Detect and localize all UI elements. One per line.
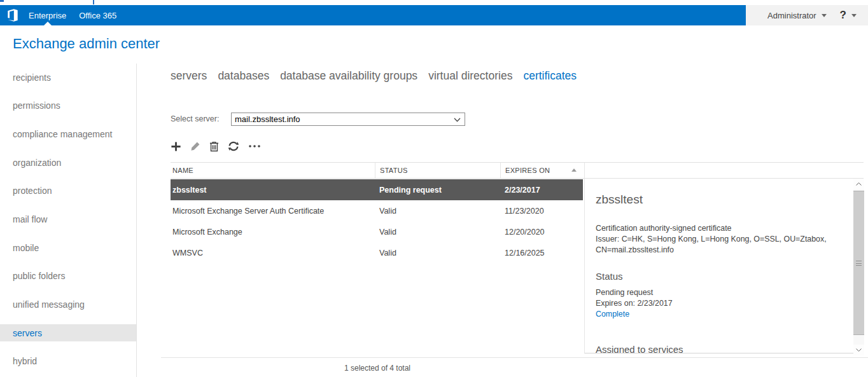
tab-databases[interactable]: databases	[218, 69, 269, 83]
cell-expires: 12/20/2020	[500, 228, 583, 236]
tab-certificates[interactable]: certificates	[523, 69, 577, 83]
certificate-type: Certification authority-signed certifica…	[596, 223, 839, 234]
plus-icon	[171, 141, 181, 152]
chevron-down-icon	[856, 348, 862, 352]
cell-expires: 12/16/2025	[500, 249, 583, 257]
chevron-down-icon	[851, 14, 857, 17]
complete-link[interactable]: Complete	[596, 309, 839, 320]
sidebar: recipients permissions compliance manage…	[0, 64, 137, 377]
sidebar-item-label: servers	[13, 328, 42, 338]
cell-name: WMSVC	[171, 249, 375, 257]
scrollbar-grip-icon	[856, 261, 862, 266]
cell-status: Valid	[375, 207, 500, 216]
expires-on-line: Expires on: 2/23/2017	[596, 298, 839, 309]
details-pane: zbssltest Certification authority-signed…	[584, 179, 864, 353]
table-row[interactable]: zbssltest Pending request 2/23/2017	[171, 179, 583, 200]
sidebar-item-permissions[interactable]: permissions	[0, 97, 136, 114]
table-row[interactable]: Microsoft Exchange Server Auth Certifica…	[171, 200, 583, 221]
details-title: zbssltest	[596, 193, 839, 207]
column-header-status[interactable]: STATUS	[375, 163, 500, 178]
column-header-name[interactable]: NAME	[171, 163, 375, 178]
edit-button[interactable]	[190, 141, 200, 151]
cell-name: Microsoft Exchange	[171, 228, 375, 236]
help-menu[interactable]: ?	[840, 9, 857, 22]
table-row[interactable]: Microsoft Exchange Valid 12/20/2020	[171, 221, 583, 242]
server-select-dropdown[interactable]: mail.zbssltest.info	[231, 113, 465, 126]
account-label: Administrator	[767, 11, 816, 20]
cell-name: zbssltest	[171, 186, 375, 195]
chevron-down-icon	[454, 118, 461, 122]
details-scrollbar[interactable]	[853, 179, 864, 355]
office-logo-icon	[6, 8, 20, 22]
certificate-issuer: Issuer: C=HK, S=Hong Kong, L=Hong Kong, …	[596, 234, 839, 256]
cell-status: Valid	[375, 249, 500, 257]
column-header-empty	[584, 163, 864, 178]
sidebar-item-label: mail flow	[13, 214, 47, 224]
server-select-value: mail.zbssltest.info	[235, 114, 300, 124]
refresh-icon	[228, 141, 239, 152]
more-button[interactable]	[248, 144, 261, 148]
table-row[interactable]: WMSVC Valid 12/16/2025	[171, 242, 583, 263]
nav-item-label: Enterprise	[29, 11, 66, 20]
status-bar-divider	[161, 357, 868, 358]
top-bar: Enterprise Office 365	[0, 5, 746, 25]
trash-icon	[209, 141, 219, 152]
scrollbar-thumb[interactable]	[853, 191, 864, 335]
sidebar-item-label: organization	[13, 158, 61, 168]
browser-fragment	[93, 0, 94, 4]
sidebar-item-public-folders[interactable]: public folders	[0, 268, 136, 285]
scrollbar-track[interactable]	[853, 189, 864, 345]
status-block: Pending request Expires on: 2/23/2017 Co…	[596, 287, 839, 320]
assigned-services-heading: Assigned to services	[596, 344, 839, 353]
sidebar-item-mobile[interactable]: mobile	[0, 239, 136, 256]
sidebar-item-compliance-management[interactable]: compliance management	[0, 125, 136, 142]
browser-fragment	[0, 0, 4, 2]
sidebar-item-label: protection	[13, 186, 52, 196]
status-heading: Status	[596, 271, 839, 282]
sidebar-item-label: compliance management	[13, 129, 112, 139]
sidebar-item-protection[interactable]: protection	[0, 182, 136, 200]
tab-database-availability-groups[interactable]: database availability groups	[280, 69, 417, 83]
sidebar-item-label: recipients	[13, 72, 51, 83]
sidebar-item-mail-flow[interactable]: mail flow	[0, 210, 136, 228]
nav-item-label: Office 365	[79, 11, 116, 20]
tab-servers[interactable]: servers	[171, 69, 207, 83]
refresh-button[interactable]	[228, 141, 239, 152]
sidebar-item-unified-messaging[interactable]: unified messaging	[0, 296, 136, 313]
chevron-down-icon	[822, 14, 827, 17]
sidebar-item-servers[interactable]: servers	[0, 324, 136, 341]
chevron-up-icon	[856, 182, 862, 186]
tab-virtual-directories[interactable]: virtual directories	[428, 69, 512, 83]
scroll-up-button[interactable]	[853, 179, 864, 189]
certificate-info: Certification authority-signed certifica…	[596, 223, 839, 256]
pencil-icon	[190, 141, 200, 151]
scroll-down-button[interactable]	[853, 345, 864, 355]
certificates-table: zbssltest Pending request 2/23/2017 Micr…	[171, 179, 583, 263]
sidebar-item-recipients[interactable]: recipients	[0, 69, 136, 86]
column-label: STATUS	[380, 167, 408, 174]
help-icon: ?	[840, 9, 846, 22]
cell-status: Valid	[375, 228, 500, 236]
status-value: Pending request	[596, 287, 839, 298]
sidebar-item-hybrid[interactable]: hybrid	[0, 353, 136, 370]
sidebar-item-label: mobile	[13, 243, 39, 253]
column-label: EXPIRES ON	[505, 167, 550, 174]
browser-edge-strip	[0, 0, 868, 5]
select-server-label: Select server:	[171, 114, 219, 123]
delete-button[interactable]	[209, 141, 219, 152]
cell-status: Pending request	[375, 186, 500, 195]
toolbar	[171, 139, 261, 153]
nav-item-enterprise[interactable]: Enterprise	[29, 5, 66, 25]
page-title: Exchange admin center	[13, 36, 160, 52]
account-menu[interactable]: Administrator	[767, 11, 827, 20]
sort-ascending-icon	[571, 168, 577, 172]
sidebar-item-organization[interactable]: organization	[0, 154, 136, 171]
top-nav: Enterprise Office 365	[29, 5, 116, 25]
sidebar-item-label: permissions	[13, 100, 60, 111]
cell-expires: 11/23/2020	[500, 207, 583, 216]
table-header: NAME STATUS EXPIRES ON	[171, 162, 864, 179]
add-button[interactable]	[171, 141, 181, 152]
top-bar-right: Administrator ?	[746, 5, 868, 25]
nav-item-office-365[interactable]: Office 365	[79, 5, 116, 25]
column-header-expires-on[interactable]: EXPIRES ON	[500, 163, 584, 178]
